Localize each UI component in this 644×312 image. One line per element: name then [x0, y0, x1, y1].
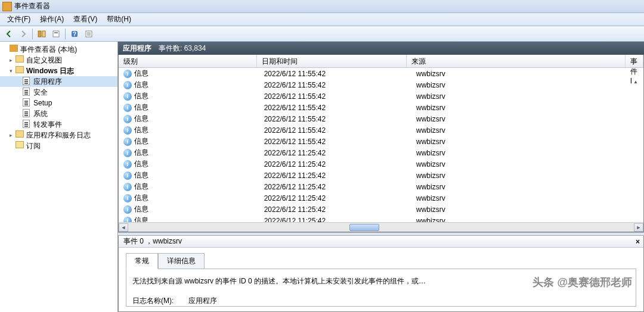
cell-level: 信息	[134, 92, 148, 100]
table-row[interactable]: i信息2022/6/12 11:25:42wwbizsrv	[119, 192, 643, 204]
table-row[interactable]: i信息2022/6/12 11:55:42wwbizsrv	[119, 136, 643, 147]
scroll-thumb[interactable]	[349, 224, 379, 231]
scroll-left-arrow[interactable]: ◄	[119, 223, 128, 232]
table-row[interactable]: i信息2022/6/12 11:25:42wwbizsrv	[119, 170, 643, 181]
cell-datetime: 2022/6/12 11:25:42	[259, 148, 411, 158]
forward-button[interactable]	[17, 27, 30, 40]
tree-label: Windows 日志	[26, 66, 74, 76]
cell-source: wwbizsrv	[411, 103, 634, 113]
info-icon: i	[123, 217, 132, 223]
folder-icon	[16, 66, 25, 76]
tree-label: 应用程序和服务日志	[26, 130, 91, 141]
properties-button[interactable]	[49, 27, 63, 40]
info-icon: i	[123, 126, 132, 135]
info-icon: i	[123, 115, 132, 123]
tree-windows-logs[interactable]: ▾ Windows 日志	[0, 65, 117, 76]
cell-level: 信息	[134, 216, 148, 222]
table-row[interactable]: i信息2022/6/12 11:25:42wwbizsrv	[119, 181, 643, 192]
log-icon	[23, 77, 32, 86]
col-header-eventid[interactable]: 事件 I▲	[626, 55, 643, 67]
cell-source: wwbizsrv	[411, 148, 634, 158]
table-row[interactable]: i信息2022/6/12 11:25:42wwbizsrv	[119, 147, 643, 158]
detail-body: 无法找到来自源 wwbizsrv 的事件 ID 0 的描述。本地计算机上未安装引…	[126, 269, 636, 307]
expander-icon[interactable]: ▸	[7, 132, 14, 138]
pane-header: 应用程序 事件数: 63,834	[118, 42, 644, 55]
info-icon: i	[123, 194, 132, 202]
horizontal-scrollbar[interactable]: ◄ ►	[119, 222, 643, 232]
menu-file[interactable]: 文件(F)	[2, 13, 35, 26]
cell-eventid	[634, 73, 643, 74]
tree-app-service-logs[interactable]: ▸ 应用程序和服务日志	[0, 130, 117, 141]
cell-eventid	[634, 175, 643, 176]
folder-icon	[16, 130, 25, 140]
info-icon: i	[123, 160, 132, 169]
info-icon: i	[123, 70, 132, 78]
table-row[interactable]: i信息2022/6/12 11:55:42wwbizsrv	[119, 113, 643, 124]
detail-title: 事件 0 ，wwbizsrv	[123, 236, 182, 247]
cell-datetime: 2022/6/12 11:25:42	[259, 182, 411, 192]
tree-forwarded[interactable]: 转发事件	[0, 119, 117, 130]
app-icon	[2, 2, 12, 11]
tab-details[interactable]: 详细信息	[158, 253, 205, 269]
table-row[interactable]: i信息2022/6/12 11:55:42wwbizsrv	[119, 124, 643, 136]
cell-source: wwbizsrv	[411, 160, 634, 169]
tree-root[interactable]: 事件查看器 (本地)	[0, 44, 117, 55]
content-pane: 应用程序 事件数: 63,834 级别 日期和时间 来源 事件 I▲ i信息20…	[118, 42, 644, 312]
window-titlebar: 事件查看器	[0, 0, 644, 13]
table-row[interactable]: i信息2022/6/12 11:55:42wwbizsrv	[119, 68, 643, 79]
table-row[interactable]: i信息2022/6/12 11:55:42wwbizsrv	[119, 79, 643, 91]
svg-text:?: ?	[73, 31, 76, 38]
table-row[interactable]: i信息2022/6/12 11:55:42wwbizsrv	[119, 91, 643, 102]
tree-custom-views[interactable]: ▸ 自定义视图	[0, 55, 117, 65]
svg-rect-1	[42, 31, 45, 37]
refresh-button[interactable]	[82, 27, 95, 40]
cell-level: 信息	[134, 80, 148, 89]
menu-help[interactable]: 帮助(H)	[102, 13, 136, 26]
scroll-right-arrow[interactable]: ►	[634, 223, 643, 232]
cell-level: 信息	[134, 114, 148, 123]
log-icon	[23, 109, 32, 118]
svg-rect-3	[54, 32, 58, 33]
log-name-label: 日志名称(M):	[132, 297, 174, 305]
cell-eventid	[634, 141, 643, 142]
cell-level: 信息	[134, 137, 148, 145]
tree-application[interactable]: 应用程序	[0, 76, 117, 87]
help-button[interactable]: ?	[68, 27, 81, 40]
back-button[interactable]	[2, 27, 16, 40]
cell-datetime: 2022/6/12 11:55:42	[259, 103, 411, 113]
col-header-datetime[interactable]: 日期和时间	[257, 55, 407, 67]
tab-general[interactable]: 常规	[126, 253, 158, 269]
col-header-source[interactable]: 来源	[407, 55, 626, 67]
tree-subscriptions[interactable]: 订阅	[0, 141, 117, 151]
event-rows[interactable]: i信息2022/6/12 11:55:42wwbizsrvi信息2022/6/1…	[119, 68, 643, 222]
cell-eventid	[634, 198, 643, 199]
table-row[interactable]: i信息2022/6/12 11:25:42wwbizsrv	[119, 204, 643, 215]
table-row[interactable]: i信息2022/6/12 11:55:42wwbizsrv	[119, 102, 643, 113]
expander-icon[interactable]: ▸	[7, 57, 14, 63]
tree-setup[interactable]: Setup	[0, 98, 117, 108]
cell-datetime: 2022/6/12 11:55:42	[259, 114, 411, 124]
col-header-level[interactable]: 级别	[119, 55, 257, 67]
cell-eventid	[634, 186, 643, 188]
cell-level: 信息	[134, 69, 148, 77]
cell-level: 信息	[134, 171, 148, 179]
cell-eventid	[634, 107, 643, 108]
cell-datetime: 2022/6/12 11:55:42	[259, 126, 411, 135]
cell-eventid	[634, 164, 643, 165]
cell-datetime: 2022/6/12 11:25:42	[259, 171, 411, 180]
cell-source: wwbizsrv	[411, 80, 634, 90]
menu-action[interactable]: 操作(A)	[35, 13, 69, 26]
tree-label: 转发事件	[33, 120, 62, 130]
tree-system[interactable]: 系统	[0, 108, 117, 119]
close-detail-button[interactable]: ×	[636, 238, 640, 246]
menu-view[interactable]: 查看(V)	[69, 13, 102, 26]
show-hide-tree-button[interactable]	[35, 27, 48, 40]
event-viewer-icon	[10, 45, 19, 54]
expander-icon[interactable]: ▾	[7, 68, 14, 74]
table-row[interactable]: i信息2022/6/12 11:25:42wwbizsrv	[119, 158, 643, 170]
table-row[interactable]: i信息2022/6/12 11:25:42wwbizsrv	[119, 215, 643, 222]
cell-level: 信息	[134, 148, 148, 157]
toolbar-separator	[32, 29, 33, 39]
cell-level: 信息	[134, 160, 148, 168]
tree-security[interactable]: 安全	[0, 87, 117, 98]
